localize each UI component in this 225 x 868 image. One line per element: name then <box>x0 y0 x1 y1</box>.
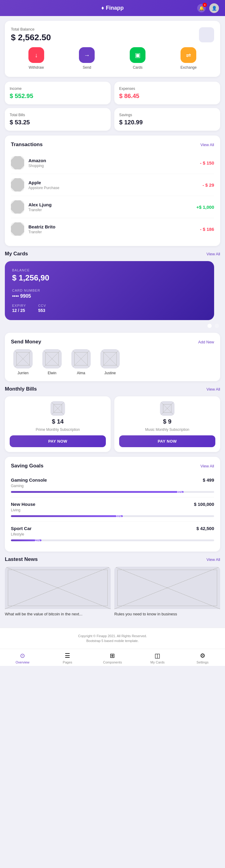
contact-elwin[interactable]: Elwin <box>40 349 64 375</box>
transactions-view-all[interactable]: View All <box>200 143 214 147</box>
music-name: Music Monthly Subscription <box>145 428 189 432</box>
news-image-bitcoin <box>5 567 111 609</box>
bills-label: Total Bills <box>10 113 106 117</box>
bill-icon-prime <box>51 401 65 416</box>
transaction-amount: +$ 1,000 <box>196 205 214 210</box>
cc-number-label: CARD NUMBER <box>12 289 207 292</box>
my-cards-view-all[interactable]: View All <box>206 252 220 256</box>
saving-goals-section: Saving Goals View All Gaming Console $ 4… <box>5 457 220 552</box>
news-item-business[interactable]: Rules you need to know in business <box>114 567 220 618</box>
prime-name: Prime Monthly Subscription <box>36 428 80 432</box>
cc-balance-label: BALANCE <box>12 268 207 272</box>
settings-label: Settings <box>197 660 209 664</box>
monthly-bills-section: Monthly Bills View All $ 14 Prime Monthl… <box>5 386 220 452</box>
send-money-section: Send Money Add New Jurrien Elwin <box>5 333 220 381</box>
contact-name: Jurrien <box>18 371 29 375</box>
header-icons: 🔔 4 👤 <box>197 3 219 13</box>
goal-category: Gaming <box>11 484 214 488</box>
send-money-add-new[interactable]: Add New <box>198 340 214 344</box>
withdraw-button[interactable]: ↓ <box>28 47 44 63</box>
income-label: Income <box>10 87 106 91</box>
nav-my-cards[interactable]: ◫ My Cards <box>135 652 180 664</box>
nav-pages[interactable]: ☰ Pages <box>45 652 90 664</box>
notification-bell[interactable]: 🔔 4 <box>197 4 206 12</box>
card-dot-2[interactable] <box>215 324 219 328</box>
nav-overview[interactable]: ⊙ Overview <box>0 652 45 664</box>
copyright-text: Copyright © Finapp 2021. All Rights Rese… <box>6 634 219 638</box>
bill-prime: $ 14 Prime Monthly Subscription PAY NOW <box>5 396 111 452</box>
main-content: Total Balance $ 2,562.50 ↓ Withdraw → Se… <box>0 16 225 628</box>
balance-card: Total Balance $ 2,562.50 ↓ Withdraw → Se… <box>5 21 220 77</box>
nav-components[interactable]: ⊞ Components <box>90 652 135 664</box>
transaction-apple: Apple Appstore Purchase - $ 29 <box>11 174 214 196</box>
send-money-header: Send Money Add New <box>11 339 214 345</box>
music-pay-button[interactable]: PAY NOW <box>119 435 215 447</box>
transaction-name: Alex Ljung <box>28 202 196 207</box>
contact-alma[interactable]: Alma <box>69 349 93 375</box>
goal-gaming-console: Gaming Console $ 499 Gaming 85% <box>11 473 214 497</box>
stats-grid: Income $ 552.95 Expenses $ 86.45 Total B… <box>5 82 220 131</box>
prime-pay-button[interactable]: PAY NOW <box>10 435 106 447</box>
news-title-business: Rules you need to know in business <box>114 609 220 618</box>
goal-name: Gaming Console <box>11 477 47 483</box>
exchange-button[interactable]: ⇌ <box>181 47 196 63</box>
cards-button[interactable]: ▣ <box>130 47 146 63</box>
cc-expiry-group: EXPIRY 12 / 25 <box>12 304 26 313</box>
latest-news-view-all[interactable]: View All <box>206 557 220 562</box>
tagline-text: Bootstrap 5 based mobile template. <box>6 639 219 643</box>
contact-justine[interactable]: Justine <box>98 349 122 375</box>
my-cards-section: My Cards View All BALANCE $ 1,256,90 CAR… <box>5 251 220 328</box>
expenses-label: Expenses <box>119 87 215 91</box>
progress-bar: 15% <box>11 539 214 541</box>
news-item-bitcoin[interactable]: What will be the value of bitcoin in the… <box>5 567 111 618</box>
action-cards[interactable]: ▣ Cards <box>130 47 146 70</box>
balance-amount: $ 2,562.50 <box>11 33 51 42</box>
progress-bar: 85% <box>11 491 214 493</box>
goal-name: Sport Car <box>11 526 31 531</box>
avatar[interactable]: 👤 <box>209 3 219 13</box>
action-exchange[interactable]: ⇌ Exchange <box>181 47 197 70</box>
news-title-bitcoin: What will be the value of bitcoin in the… <box>5 609 111 618</box>
progress-fill: 85% <box>11 491 184 493</box>
transaction-name: Amazon <box>28 158 200 163</box>
my-cards-title: My Cards <box>5 251 28 257</box>
nav-settings[interactable]: ⚙ Settings <box>180 652 225 664</box>
transactions-header: Transactions View All <box>11 142 214 148</box>
pages-icon: ☰ <box>65 652 70 659</box>
monthly-bills-view-all[interactable]: View All <box>206 387 220 392</box>
card-carousel: BALANCE $ 1,256,90 CARD NUMBER •••• 9905… <box>5 261 220 320</box>
progress-label: 55% <box>116 515 122 517</box>
app-header: ♦ Finapp 🔔 4 👤 <box>0 0 225 16</box>
action-withdraw[interactable]: ↓ Withdraw <box>28 47 44 70</box>
contact-jurrien[interactable]: Jurrien <box>11 349 35 375</box>
cards-label: Cards <box>133 65 142 70</box>
savings-label: Savings <box>119 113 215 117</box>
goal-amount: $ 499 <box>203 477 214 483</box>
overview-label: Overview <box>15 660 29 664</box>
prime-amount: $ 14 <box>52 418 64 425</box>
beatriz-icon <box>11 222 24 236</box>
goal-amount: $ 100,000 <box>194 502 214 507</box>
contact-avatar <box>100 349 120 369</box>
card-dots <box>5 324 220 328</box>
card-dot-1[interactable] <box>207 324 212 328</box>
saving-goals-header: Saving Goals View All <box>11 463 214 469</box>
progress-fill: 55% <box>11 515 123 517</box>
news-grid: What will be the value of bitcoin in the… <box>5 567 220 618</box>
send-button[interactable]: → <box>79 47 95 63</box>
transaction-sub: Shopping <box>28 164 200 168</box>
app-title: ♦ Finapp <box>101 5 124 11</box>
saving-goals-view-all[interactable]: View All <box>200 464 214 468</box>
send-money-title: Send Money <box>11 339 41 345</box>
my-cards-label: My Cards <box>150 660 164 664</box>
transaction-sub: Transfer <box>28 208 196 212</box>
transaction-amazon: Amazon Shopping - $ 150 <box>11 152 214 174</box>
action-send[interactable]: → Send <box>79 47 95 70</box>
goal-name: New House <box>11 502 35 507</box>
apple-icon <box>11 178 24 191</box>
amazon-icon <box>11 156 24 169</box>
contact-name: Justine <box>104 371 116 375</box>
credit-card[interactable]: BALANCE $ 1,256,90 CARD NUMBER •••• 9905… <box>5 261 214 320</box>
transaction-name: Beatriz Brito <box>28 224 200 229</box>
transaction-alex: Alex Ljung Transfer +$ 1,000 <box>11 196 214 218</box>
